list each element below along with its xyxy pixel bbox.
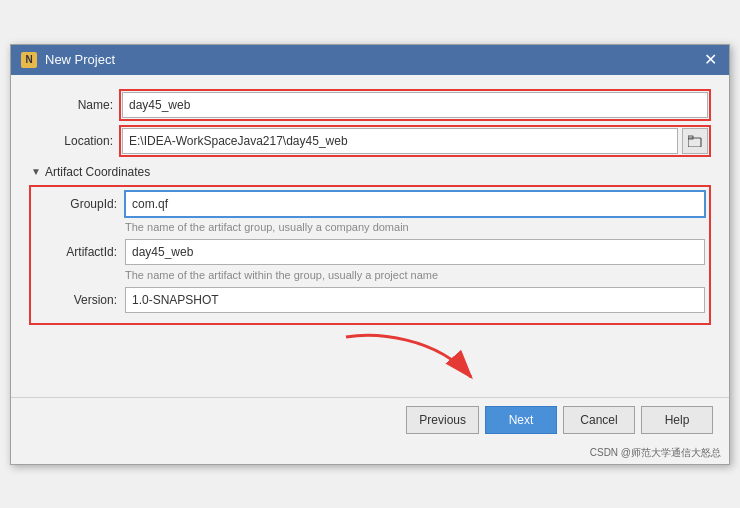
name-input[interactable] bbox=[122, 92, 708, 118]
cancel-button[interactable]: Cancel bbox=[563, 406, 635, 434]
help-button[interactable]: Help bbox=[641, 406, 713, 434]
artifactid-input[interactable] bbox=[125, 239, 705, 265]
version-row: Version: bbox=[35, 287, 705, 313]
collapse-arrow[interactable]: ▼ bbox=[31, 166, 41, 177]
artifact-coords-section: GroupId: The name of the artifact group,… bbox=[31, 187, 709, 323]
title-bar: N New Project ✕ bbox=[11, 45, 729, 75]
groupid-label: GroupId: bbox=[35, 197, 125, 211]
watermark: CSDN @师范大学通信大怒总 bbox=[11, 444, 729, 464]
dialog-content: Name: Location: ▼ Artifact Coordinates bbox=[11, 75, 729, 397]
groupid-input[interactable] bbox=[125, 191, 705, 217]
artifactid-label: ArtifactId: bbox=[35, 245, 125, 259]
previous-button[interactable]: Previous bbox=[406, 406, 479, 434]
location-row: Location: bbox=[31, 127, 709, 155]
artifactid-hint: The name of the artifact within the grou… bbox=[125, 269, 705, 281]
close-button[interactable]: ✕ bbox=[702, 52, 719, 68]
location-input[interactable] bbox=[122, 128, 678, 154]
dialog-icon: N bbox=[21, 52, 37, 68]
browse-button[interactable] bbox=[682, 128, 708, 154]
version-label: Version: bbox=[35, 293, 125, 307]
artifact-section-title: Artifact Coordinates bbox=[45, 165, 150, 179]
new-project-dialog: N New Project ✕ Name: Location: bbox=[10, 44, 730, 465]
location-label: Location: bbox=[31, 134, 121, 148]
title-bar-left: N New Project bbox=[21, 52, 115, 68]
arrow-annotation bbox=[316, 327, 496, 387]
name-row: Name: bbox=[31, 91, 709, 119]
version-input[interactable] bbox=[125, 287, 705, 313]
groupid-row: GroupId: bbox=[35, 191, 705, 217]
annotation-area bbox=[31, 327, 709, 387]
name-label: Name: bbox=[31, 98, 121, 112]
dialog-title: New Project bbox=[45, 52, 115, 67]
artifact-section-header: ▼ Artifact Coordinates bbox=[31, 165, 709, 179]
artifactid-row: ArtifactId: bbox=[35, 239, 705, 265]
dialog-footer: Previous Next Cancel Help bbox=[11, 397, 729, 444]
next-button[interactable]: Next bbox=[485, 406, 557, 434]
groupid-hint: The name of the artifact group, usually … bbox=[125, 221, 705, 233]
